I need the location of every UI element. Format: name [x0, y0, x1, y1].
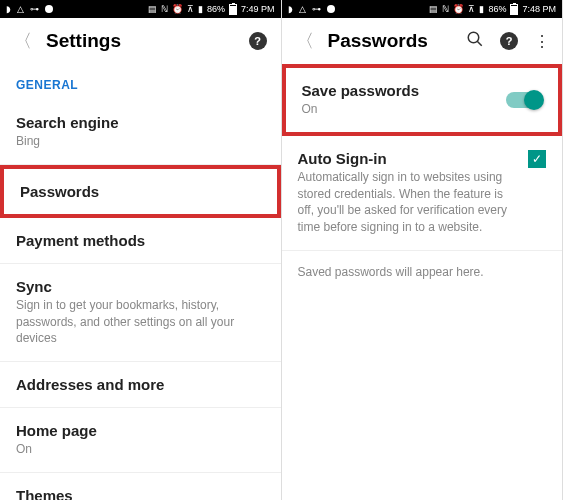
alarm-icon: ⏰ [453, 4, 464, 14]
signal-icon: ▮ [479, 4, 484, 14]
saved-passwords-info: Saved passwords will appear here. [282, 251, 563, 293]
svg-point-0 [468, 32, 479, 43]
item-label: Auto Sign-in [298, 150, 519, 167]
search-engine-item[interactable]: Search engine Bing [0, 100, 281, 165]
arc-icon [327, 5, 335, 13]
battery-icon [510, 4, 518, 15]
moon-icon: ◗ [288, 4, 293, 14]
battery-pct: 86% [207, 4, 225, 14]
auto-signin-item[interactable]: Auto Sign-in Automatically sign in to we… [282, 136, 563, 251]
back-icon[interactable]: 〈 [296, 29, 314, 53]
svg-line-1 [477, 41, 482, 46]
page-title: Settings [46, 30, 249, 52]
status-bar: ◗ △ ⊶ ▤ ℕ ⏰ ⊼ ▮ 86% 7:48 PM [282, 0, 563, 18]
clock: 7:48 PM [522, 4, 556, 14]
item-label: Sync [16, 278, 265, 295]
nfc-icon: ℕ [161, 4, 168, 14]
nfc-icon: ℕ [442, 4, 449, 14]
addresses-item[interactable]: Addresses and more [0, 362, 281, 408]
signal-icon: ▮ [198, 4, 203, 14]
item-sub: Bing [16, 133, 265, 150]
battery-pct: 86% [488, 4, 506, 14]
passwords-screen: ◗ △ ⊶ ▤ ℕ ⏰ ⊼ ▮ 86% 7:48 PM 〈 Passwords [282, 0, 564, 500]
item-label: Addresses and more [16, 376, 265, 393]
themes-item[interactable]: Themes [0, 473, 281, 500]
item-sub: Sign in to get your bookmarks, history, … [16, 297, 265, 347]
item-sub: On [16, 441, 265, 458]
page-title: Passwords [328, 30, 467, 52]
item-label: Save passwords [302, 82, 420, 99]
arc-icon [45, 5, 53, 13]
vibrate-icon: ▤ [148, 4, 157, 14]
cloud-icon: △ [299, 4, 306, 14]
item-sub: Automatically sign in to websites using … [298, 169, 519, 236]
item-label: Themes [16, 487, 265, 500]
item-label: Home page [16, 422, 265, 439]
key-icon: ⊶ [312, 4, 321, 14]
wifi-icon: ⊼ [468, 4, 475, 14]
back-icon[interactable]: 〈 [14, 29, 32, 53]
settings-header: 〈 Settings ? [0, 18, 281, 64]
passwords-header: 〈 Passwords ? ⋮ [282, 18, 563, 64]
help-icon[interactable]: ? [249, 32, 267, 50]
cloud-icon: △ [17, 4, 24, 14]
item-sub: On [302, 101, 420, 118]
item-label: Search engine [16, 114, 265, 131]
status-bar: ◗ △ ⊶ ▤ ℕ ⏰ ⊼ ▮ 86% 7:49 PM [0, 0, 281, 18]
key-icon: ⊶ [30, 4, 39, 14]
item-label: Passwords [20, 183, 261, 200]
search-icon[interactable] [466, 30, 484, 52]
auto-signin-checkbox[interactable]: ✓ [528, 150, 546, 168]
settings-screen: ◗ △ ⊶ ▤ ℕ ⏰ ⊼ ▮ 86% 7:49 PM 〈 Settings ? [0, 0, 282, 500]
clock: 7:49 PM [241, 4, 275, 14]
wifi-icon: ⊼ [187, 4, 194, 14]
more-icon[interactable]: ⋮ [534, 32, 548, 51]
item-label: Payment methods [16, 232, 265, 249]
payment-methods-item[interactable]: Payment methods [0, 218, 281, 264]
battery-icon [229, 4, 237, 15]
home-page-item[interactable]: Home page On [0, 408, 281, 473]
vibrate-icon: ▤ [429, 4, 438, 14]
help-icon[interactable]: ? [500, 32, 518, 50]
save-passwords-item[interactable]: Save passwords On [282, 64, 563, 136]
general-section-header: GENERAL [0, 64, 281, 100]
passwords-item[interactable]: Passwords [0, 165, 281, 218]
moon-icon: ◗ [6, 4, 11, 14]
sync-item[interactable]: Sync Sign in to get your bookmarks, hist… [0, 264, 281, 362]
save-passwords-toggle[interactable] [506, 92, 542, 108]
alarm-icon: ⏰ [172, 4, 183, 14]
